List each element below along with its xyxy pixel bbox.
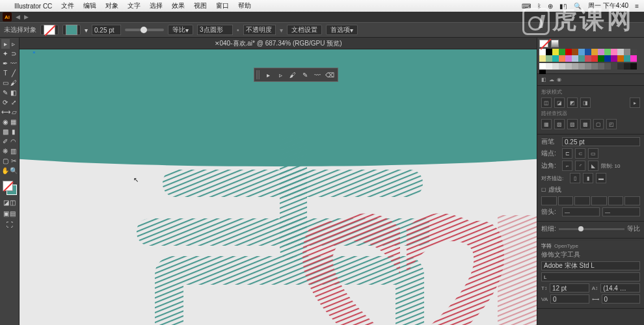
zoom-tool[interactable]: 🔍 xyxy=(10,166,18,176)
draw-normal[interactable]: ▣ xyxy=(3,209,10,218)
swatch[interactable] xyxy=(572,55,578,62)
swatch[interactable] xyxy=(630,49,637,55)
font-style[interactable]: L xyxy=(541,272,640,281)
divide-button[interactable]: ▦ xyxy=(541,119,552,129)
gradient-icon[interactable] xyxy=(551,40,559,47)
eraser-tool[interactable]: ◧ xyxy=(10,88,18,98)
profile-dropdown[interactable]: 等比 ▾ xyxy=(168,25,193,35)
shaper-tool[interactable]: ✎ xyxy=(1,88,10,98)
swatch[interactable] xyxy=(539,49,546,55)
stroke-swatch[interactable] xyxy=(62,25,81,35)
gradient-tool[interactable]: ▮ xyxy=(10,127,18,136)
menu-select[interactable]: 选择 xyxy=(150,1,163,10)
cap-square[interactable]: ▭ xyxy=(588,148,598,159)
profile-slider[interactable] xyxy=(559,228,624,230)
floating-toolbar[interactable]: ▸ ▹ 🖌 ✎ 〰 ⌫ xyxy=(254,68,338,82)
swatch-gray[interactable] xyxy=(617,63,624,70)
slice-tool[interactable]: ✂ xyxy=(10,156,18,166)
paintbrush-tool[interactable]: 🖌 xyxy=(10,78,18,88)
swatch[interactable] xyxy=(546,49,552,55)
float-pencil-tool[interactable]: ✎ xyxy=(300,70,311,80)
trim-button[interactable]: ▧ xyxy=(554,119,565,129)
swatch[interactable] xyxy=(572,49,578,55)
menu-effect[interactable]: 效果 xyxy=(172,1,185,10)
doc-nav-right-icon[interactable]: ▶ xyxy=(24,14,29,20)
type-tool[interactable]: T xyxy=(1,68,10,78)
panel-tabs[interactable]: ◧ ☁ ◉ xyxy=(537,74,644,86)
bluetooth-icon[interactable]: ᛒ xyxy=(537,3,541,10)
kerning[interactable]: 0 xyxy=(550,294,589,304)
swatch[interactable] xyxy=(539,55,546,62)
eyedropper-tool[interactable]: ✐ xyxy=(1,136,10,146)
swatch[interactable] xyxy=(585,49,591,55)
swatch-gray[interactable] xyxy=(598,63,604,70)
swatch[interactable] xyxy=(617,55,624,62)
doc-nav-left-icon[interactable]: ◀ xyxy=(16,14,20,20)
align-inside[interactable]: ▮ xyxy=(583,173,593,183)
tab-icon[interactable]: ◉ xyxy=(557,77,561,83)
tracking[interactable]: 0 xyxy=(602,294,640,304)
color-mode[interactable]: ◪ xyxy=(3,198,10,207)
swatch[interactable] xyxy=(559,49,565,55)
stroke-slider[interactable] xyxy=(125,29,164,31)
minus-front-button[interactable]: ◪ xyxy=(554,98,565,108)
font-family[interactable]: Adobe 宋体 Std L xyxy=(541,261,640,270)
swatch[interactable] xyxy=(617,49,624,55)
align-outside[interactable]: ▬ xyxy=(596,173,606,183)
minus-back-button[interactable]: ◰ xyxy=(606,119,617,129)
swatch-gray[interactable] xyxy=(611,63,617,70)
brush-width-field[interactable]: 3点圆形 xyxy=(197,25,233,35)
stroke-weight-field[interactable]: 0.25 pt xyxy=(92,25,121,35)
swatches-panel[interactable] xyxy=(537,38,644,74)
swatch[interactable] xyxy=(552,55,559,62)
magic-wand-tool[interactable]: ✦ xyxy=(1,49,10,58)
screen-mode[interactable]: ⛶ xyxy=(3,220,16,229)
menu-view[interactable]: 视图 xyxy=(194,1,207,10)
scale-tool[interactable]: ⤢ xyxy=(10,98,18,107)
arrow-end[interactable]: — xyxy=(602,207,640,216)
swatch[interactable] xyxy=(565,49,572,55)
swatch[interactable] xyxy=(624,55,630,62)
lasso-tool[interactable]: ⊃ xyxy=(10,49,18,58)
swatch-gray[interactable] xyxy=(565,63,572,70)
menu-help[interactable]: 帮助 xyxy=(238,1,251,10)
width-tool[interactable]: ⟷ xyxy=(1,107,10,117)
join-round[interactable]: ◜ xyxy=(575,161,585,171)
arrow-start[interactable]: — xyxy=(562,207,600,216)
swatch-gray[interactable] xyxy=(546,63,552,70)
pen-tool[interactable]: ✒ xyxy=(1,58,10,68)
draw-behind[interactable]: ▤ xyxy=(10,209,17,218)
spotlight-icon[interactable]: 🔍 xyxy=(574,3,582,10)
cap-butt[interactable]: ⊏ xyxy=(562,148,572,159)
tab-icon[interactable]: ◧ xyxy=(541,77,546,83)
document-tab[interactable]: ✕ 040-喜欢.ai* @ 687.34% (RGB/GPU 预览) xyxy=(20,38,537,49)
hand-tool[interactable]: ✋ xyxy=(1,166,10,176)
opacity-field[interactable]: 不透明度 xyxy=(243,25,276,35)
clock[interactable]: 周一 下午4:40 xyxy=(588,1,628,10)
float-smooth-tool[interactable]: 〰 xyxy=(312,70,323,80)
crop-button[interactable]: ▩ xyxy=(580,119,591,129)
swatch[interactable] xyxy=(624,49,630,55)
gradient-mode[interactable]: ◫ xyxy=(10,198,17,207)
exclude-button[interactable]: ◨ xyxy=(580,98,591,108)
swatch-gray[interactable] xyxy=(591,63,598,70)
unite-button[interactable]: ◫ xyxy=(541,98,552,108)
tab-icon[interactable]: ☁ xyxy=(549,77,554,83)
float-direct-tool[interactable]: ▹ xyxy=(275,70,286,80)
fill-none-icon[interactable] xyxy=(539,40,548,47)
canvas[interactable]: × ↖ ▸ ▹ 🖌 ✎ 〰 ⌫ xyxy=(20,49,537,325)
shape-builder-tool[interactable]: ◉ xyxy=(1,117,10,127)
merge-button[interactable]: ▨ xyxy=(567,119,578,129)
drag-grip-icon[interactable] xyxy=(256,70,260,79)
symbol-spray-tool[interactable]: ❋ xyxy=(1,146,10,156)
swatch[interactable] xyxy=(611,55,617,62)
menu-edit[interactable]: 编辑 xyxy=(83,1,96,10)
artboard-tool[interactable]: ▢ xyxy=(1,156,10,166)
selection-tool[interactable]: ▸ xyxy=(1,39,10,49)
swatch[interactable] xyxy=(598,55,604,62)
swatch[interactable] xyxy=(604,55,611,62)
tab-ot[interactable]: OpenType xyxy=(554,243,578,249)
doc-setup-button[interactable]: 文档设置 xyxy=(287,25,322,35)
font-size[interactable]: 12 pt xyxy=(550,283,589,292)
swatch-gray[interactable] xyxy=(578,63,585,70)
